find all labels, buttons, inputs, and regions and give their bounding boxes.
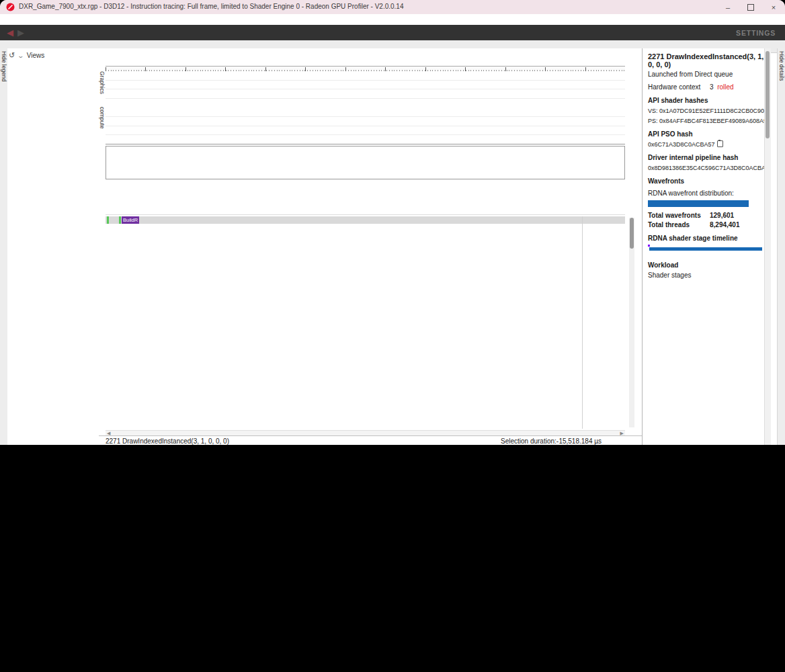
timeline-gridline — [582, 216, 583, 429]
back-arrow-icon[interactable]: ◀ — [7, 28, 13, 37]
views-label: Views — [27, 52, 45, 59]
event-timeline-plot[interactable]: BuildR — [106, 216, 625, 429]
total-threads-row: Total threads8,294,401 — [648, 221, 771, 228]
wavefront-occupancy-graphics-plot[interactable] — [106, 71, 625, 108]
timeline-overlay-band: BuildR — [106, 216, 625, 224]
timeline-stripes — [106, 224, 625, 419]
wavefronts-title: Wavefronts — [648, 177, 771, 185]
stage-timeline-bar — [648, 245, 771, 251]
hide-details-label: Hide details — [778, 51, 785, 81]
hide-details-strip[interactable]: Hide details — [777, 48, 785, 445]
wavefront-occupancy-async-plot[interactable] — [106, 107, 625, 144]
hide-legend-strip[interactable]: Hide legend — [0, 48, 7, 445]
rgp-window: DXR_Game_7900_xtx.rgp - D3D12 - Instruct… — [0, 0, 785, 445]
undo-icon[interactable]: ↺ — [9, 51, 15, 60]
views-row[interactable]: ↺ ⌄ Views — [9, 51, 44, 60]
forward-arrow-icon[interactable]: ▶ — [17, 28, 24, 37]
chevron-down-icon: ⌄ — [17, 52, 25, 59]
total-duration-value: 15,518.184 µs — [559, 437, 602, 445]
nav-bar: ◀ ▶ SETTINGS — [0, 25, 785, 40]
distribution-label: RDNA wavefront distribution: — [648, 190, 771, 197]
menu-bar — [0, 14, 785, 25]
graphics-axis-label: Graphics — [99, 71, 106, 107]
details-scrollbar[interactable] — [764, 48, 771, 445]
maximize-button[interactable] — [739, 0, 762, 14]
event-subtitle: Launched from Direct queue — [648, 71, 771, 78]
minimize-button[interactable]: – — [716, 0, 739, 14]
event-title: 2271 DrawIndexedInstanced(3, 1, 0, 0, 0) — [648, 52, 771, 69]
shader-stages-label: Shader stages — [648, 271, 771, 279]
chart-column: Graphics Async compute BuildR ◀ — [99, 48, 642, 445]
nav-item-settings[interactable]: SETTINGS — [736, 25, 776, 40]
pipeline-hash: 0x8D981386E35C4C596C71A3D8C0ACBA57 — [648, 163, 771, 171]
hardware-context-row: Hardware context 3 rolled — [648, 83, 771, 91]
maximize-icon — [747, 4, 754, 11]
title-bar: DXR_Game_7900_xtx.rgp - D3D12 - Instruct… — [0, 0, 785, 14]
api-pso-title: API PSO hash — [648, 130, 771, 138]
selection-status-bar: 2271 DrawIndexedInstanced(3, 1, 0, 0, 0)… — [99, 435, 642, 445]
hide-legend-label: Hide legend — [1, 51, 7, 81]
timeline-vscrollbar[interactable] — [629, 218, 634, 427]
total-wavefronts-row: Total wavefronts129,601 — [648, 212, 771, 219]
pso-hash: 0x6C71A3D8C0ACBA57 — [648, 140, 771, 148]
copy-icon[interactable] — [717, 140, 723, 147]
stage-timeline-title: RDNA shader stage timeline — [648, 235, 771, 242]
screen: { "window": { "title": "DXR_Game_7900_xt… — [0, 0, 785, 672]
ray-tracing-counters-plot[interactable] — [106, 182, 625, 215]
window-title: DXR_Game_7900_xtx.rgp - D3D12 - Instruct… — [19, 3, 404, 10]
vs-hash: VS: 0x1A07DC91E52EF1111D8C2CB0C907194F — [648, 106, 771, 114]
api-shader-hashes-title: API shader hashes — [648, 97, 771, 104]
async-axis-label: Async compute — [99, 107, 106, 144]
selection-duration-label: Selection duration:- — [501, 437, 559, 445]
legend-sidebar: ↺ ⌄ Views — [7, 48, 99, 445]
workload-title: Workload — [648, 261, 771, 269]
cache-counters-plot[interactable] — [106, 146, 625, 179]
wavefront-distribution-bar — [648, 200, 749, 207]
window-reflection — [0, 445, 785, 595]
details-panel: 2271 DrawIndexedInstanced(3, 1, 0, 0, 0)… — [642, 48, 771, 445]
rgp-app-icon — [6, 3, 15, 11]
pipeline-hash-title: Driver internal pipeline hash — [648, 154, 771, 161]
selected-event-label: 2271 DrawIndexedInstanced(3, 1, 0, 0, 0) — [106, 437, 229, 445]
buildr-marker[interactable]: BuildR — [122, 216, 139, 224]
ps-hash: PS: 0x84AFF4BC4F813EBEF49089A608A99797 — [648, 116, 771, 124]
close-button[interactable]: × — [762, 0, 785, 14]
